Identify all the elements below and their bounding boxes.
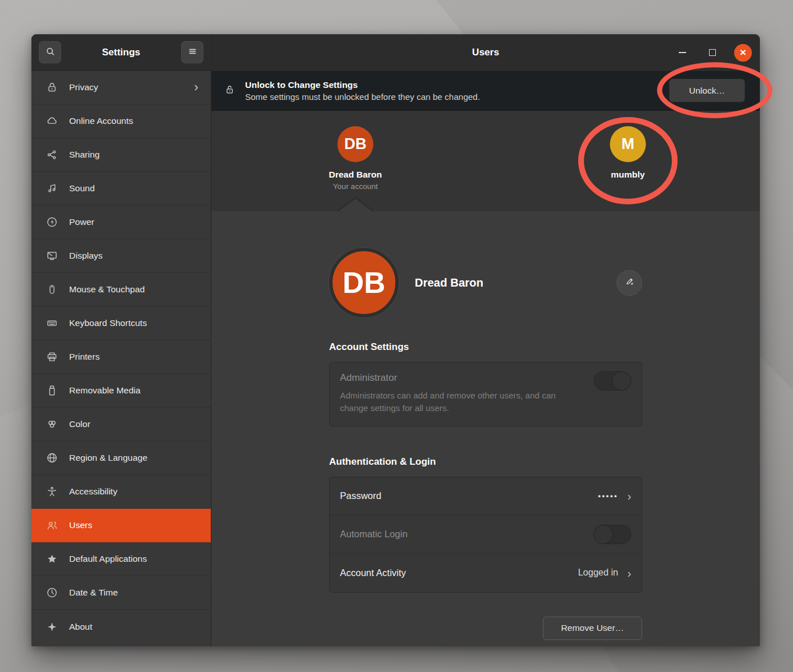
unlock-banner: Unlock to Change Settings Some settings … [211,71,760,111]
sidebar: Settings Privacy › Online Accounts Shari… [31,34,211,646]
sidebar-item-power[interactable]: Power [31,206,211,239]
music-note-icon [46,182,58,195]
administrator-card: Administrator Administrators can add and… [329,362,642,426]
sidebar-item-label: Printers [69,352,99,362]
sidebar-item-region-language[interactable]: Region & Language [31,441,211,475]
automatic-login-toggle[interactable] [594,525,631,544]
toggle-knob [612,371,631,391]
avatar: M [610,126,646,162]
sidebar-item-mouse-touchpad[interactable]: Mouse & Touchpad [31,273,211,307]
user-name: mumbly [611,170,644,180]
sidebar-item-online-accounts[interactable]: Online Accounts [31,104,211,138]
section-heading-account-settings: Account Settings [329,341,642,353]
banner-text: Unlock to Change Settings Some settings … [245,80,480,102]
password-dots: ••••• [598,492,618,500]
account-activity-label: Account Activity [340,568,406,578]
lock-icon [46,81,58,94]
sidebar-list: Privacy › Online Accounts Sharing Sound … [31,71,211,646]
sidebar-item-label: Mouse & Touchpad [69,284,145,295]
user-switcher: DB Dread Baron Your account M mumbly [211,111,760,211]
sidebar-item-accessibility[interactable]: Accessibility [31,475,211,509]
sidebar-item-privacy[interactable]: Privacy › [31,71,211,104]
sidebar-item-label: Sound [69,183,95,194]
accessibility-icon [46,485,58,498]
section-heading-auth-login: Authentication & Login [329,456,642,468]
sidebar-item-date-time[interactable]: Date & Time [31,576,211,610]
sidebar-item-label: Accessibility [69,486,117,497]
automatic-login-row: Automatic Login [330,516,642,554]
maximize-icon [709,49,716,56]
keyboard-icon [46,317,58,329]
user-chip-mumbly[interactable]: M mumbly [610,126,646,180]
sidebar-header: Settings [31,34,211,71]
account-header: DB Dread Baron [329,248,642,317]
administrator-description: Administrators can add and remove other … [340,389,586,415]
search-icon [45,46,56,59]
edit-name-button[interactable] [616,270,642,296]
selected-user-caret [339,199,372,211]
flash-drive-icon [46,384,58,397]
user-detail-pane: DB Dread Baron Account Settings Administ… [211,211,760,646]
password-label: Password [340,490,381,501]
sidebar-item-keyboard-shortcuts[interactable]: Keyboard Shortcuts [31,307,211,340]
cloud-icon [46,115,58,127]
maximize-button[interactable] [704,44,721,61]
sidebar-item-label: Removable Media [69,385,141,396]
search-button[interactable] [39,41,61,63]
remove-user-button[interactable]: Remove User… [543,617,642,640]
app-title: Settings [61,47,181,58]
sidebar-item-label: Users [69,520,92,530]
mouse-icon [46,283,58,296]
avatar: DB [329,248,399,317]
user-chip-dread-baron[interactable]: DB Dread Baron Your account [329,126,382,191]
sidebar-item-sound[interactable]: Sound [31,172,211,206]
minimize-button[interactable] [674,44,691,61]
page-title: Users [472,47,499,58]
pencil-icon [624,276,635,289]
user-name: Dread Baron [329,170,382,180]
sidebar-item-removable-media[interactable]: Removable Media [31,374,211,408]
sidebar-item-sharing[interactable]: Sharing [31,138,211,172]
sidebar-item-label: Power [69,217,94,227]
administrator-label: Administrator [340,372,631,384]
lock-icon [224,83,235,98]
unlock-button[interactable]: Unlock… [669,79,745,102]
minimize-icon [679,52,686,53]
password-row[interactable]: Password ••••• › [330,477,642,516]
chevron-right-icon: › [627,567,631,579]
menu-button[interactable] [181,41,203,63]
sparkle-icon [46,621,58,633]
power-icon [46,216,58,228]
sidebar-item-label: Keyboard Shortcuts [69,318,147,328]
automatic-login-label: Automatic Login [340,529,407,540]
sidebar-item-printers[interactable]: Printers [31,340,211,374]
sidebar-item-label: Region & Language [69,453,147,463]
banner-title: Unlock to Change Settings [245,80,480,90]
titlebar: Users × [211,34,760,71]
sidebar-item-label: Color [69,419,90,429]
sidebar-item-label: Default Applications [69,554,147,564]
account-name: Dread Baron [415,276,483,289]
display-icon [46,250,58,262]
auth-login-card: Password ••••• › Automatic Login Acco [329,477,642,593]
users-icon [46,519,58,532]
account-activity-row[interactable]: Account Activity Logged in › [330,554,642,592]
sidebar-item-users[interactable]: Users [31,509,211,542]
banner-subtitle: Some settings must be unlocked before th… [245,92,480,102]
close-button[interactable]: × [734,44,752,62]
sidebar-item-label: Online Accounts [69,116,133,126]
sidebar-item-displays[interactable]: Displays [31,239,211,273]
administrator-toggle[interactable] [594,371,631,391]
hamburger-icon [187,46,198,59]
sidebar-item-label: Sharing [69,150,99,160]
sidebar-item-color[interactable]: Color [31,408,211,441]
star-icon [46,553,58,565]
globe-icon [46,452,58,464]
sidebar-item-about[interactable]: About [31,610,211,643]
settings-window: Settings Privacy › Online Accounts Shari… [31,34,760,646]
sidebar-item-default-applications[interactable]: Default Applications [31,542,211,576]
window-controls: × [674,34,752,71]
close-icon: × [740,46,746,59]
share-icon [46,148,58,161]
sidebar-item-label: Displays [69,251,103,261]
